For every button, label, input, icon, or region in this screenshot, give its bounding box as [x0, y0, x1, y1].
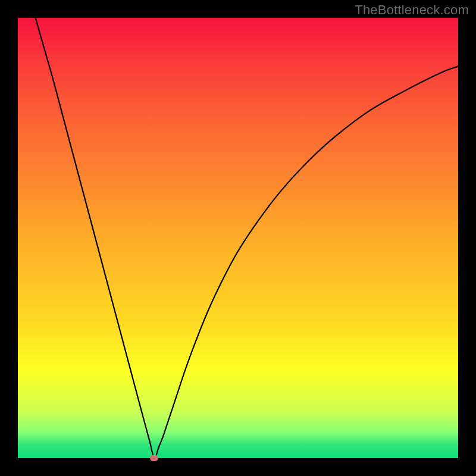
- optimum-marker: [150, 455, 158, 461]
- watermark-text: TheBottleneck.com: [355, 2, 469, 18]
- chart-frame: TheBottleneck.com: [0, 0, 476, 476]
- bottleneck-curve: [18, 18, 458, 458]
- plot-area: [18, 18, 458, 458]
